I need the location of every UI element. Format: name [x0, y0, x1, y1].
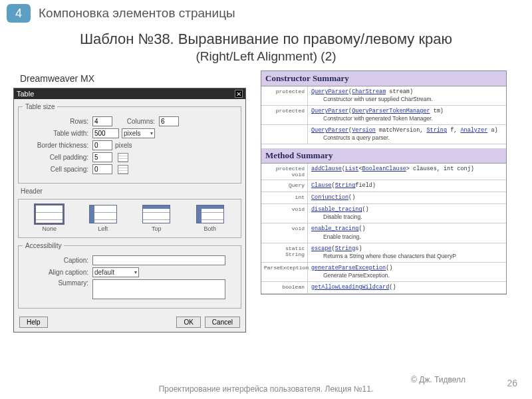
method-link[interactable]: Conjunction: [311, 194, 348, 201]
help-button[interactable]: Help: [19, 317, 48, 328]
type-link[interactable]: Analyzer: [460, 127, 487, 134]
signature: escape(Strings)Returns a String where th…: [308, 243, 460, 262]
unit-pixels: pixels: [115, 142, 132, 149]
class-link[interactable]: QueryParser: [311, 88, 348, 95]
cancel-button[interactable]: Cancel: [205, 317, 240, 328]
section-title: Компоновка элементов страницы: [39, 6, 235, 21]
description: Constructs a query parser.: [311, 134, 498, 142]
method-row: ParseExceptiongenerateParseException()Ge…: [261, 263, 506, 282]
border-thickness-input[interactable]: [92, 140, 112, 150]
method-row: voidenable_tracing()Enable tracing.: [261, 223, 506, 243]
type-link[interactable]: Version: [352, 127, 376, 134]
caption-input[interactable]: [92, 255, 225, 265]
signature: QueryParser(Version matchVersion, String…: [308, 125, 501, 144]
label-cell-padding: Cell padding:: [23, 154, 92, 161]
header-options: None Left Top Both: [18, 199, 241, 238]
header-option-none[interactable]: None: [35, 205, 63, 232]
page-title: Шаблон №38. Выравнивание по правому/лево…: [0, 31, 532, 48]
return-type: static String: [261, 243, 308, 262]
type-link[interactable]: CharStream: [352, 88, 386, 95]
cell-spacing-input[interactable]: [92, 164, 112, 174]
type-link[interactable]: String: [335, 245, 356, 252]
cell-padding-input[interactable]: [92, 152, 112, 162]
label-columns: Columns:: [112, 118, 159, 125]
signature: Clause(Stringfield): [308, 180, 379, 192]
return-type: protected void: [261, 164, 308, 180]
method-row: voiddisable_tracing()Disable tracing.: [261, 204, 506, 223]
group-table-size: Table size: [23, 103, 57, 110]
table-width-input[interactable]: [92, 128, 119, 138]
label-summary: Summary:: [23, 279, 92, 287]
cell-spacing-icon: [118, 165, 128, 174]
constructor-row: protectedQueryParser(CharStream stream)C…: [261, 86, 506, 106]
page-number: 26: [507, 378, 517, 388]
lecture-footer: Проектирование интерфейса пользователя. …: [159, 384, 374, 394]
method-row: booleangetAllowLeadingWildcard(): [261, 282, 506, 294]
group-accessibility: Accessibility: [23, 242, 64, 249]
label-border-thickness: Border thickness:: [23, 142, 92, 149]
signature: enable_tracing()Enable tracing.: [308, 223, 369, 242]
close-icon[interactable]: ✕: [235, 90, 243, 98]
type-link[interactable]: String: [426, 127, 447, 134]
method-link[interactable]: getAllowLeadingWildcard: [311, 284, 389, 291]
dialog-title: Table: [17, 90, 34, 98]
type-link[interactable]: BooleanClause: [362, 166, 406, 172]
description: Constructor with user supplied CharStrea…: [311, 96, 433, 103]
cell-padding-icon: [118, 153, 128, 162]
constructor-row: protectedQueryParser(QueryParserTokenMan…: [261, 106, 506, 125]
summary-input[interactable]: [92, 279, 225, 299]
method-summary-heading: Method Summary: [261, 148, 506, 164]
method-row: protected voidaddClause(List<BooleanClau…: [261, 164, 506, 180]
ok-button[interactable]: OK: [176, 317, 200, 328]
modifier: protected: [261, 106, 308, 124]
rows-input[interactable]: [92, 116, 112, 126]
javadoc-panel: Constructor Summary protectedQueryParser…: [261, 70, 507, 295]
modifier: [261, 125, 308, 144]
class-link[interactable]: QueryParser: [311, 127, 348, 134]
header-option-both[interactable]: Both: [196, 205, 224, 232]
label-cell-spacing: Cell spacing:: [23, 166, 92, 173]
constructor-row: QueryParser(Version matchVersion, String…: [261, 125, 506, 144]
class-link[interactable]: QueryParser: [311, 108, 348, 114]
description: Returns a String where those characters …: [311, 253, 456, 260]
return-type: void: [261, 223, 308, 242]
return-type: int: [261, 192, 308, 203]
slide-number-badge: 4: [7, 4, 31, 23]
page-subtitle: (Right/Left Alignment) (2): [0, 49, 532, 64]
dreamweaver-label: Dreamweaver MX: [20, 73, 253, 84]
return-type: void: [261, 204, 308, 223]
columns-input[interactable]: [159, 116, 179, 126]
return-type: boolean: [261, 282, 308, 293]
method-link[interactable]: disable_tracing: [311, 206, 362, 213]
modifier: protected: [261, 86, 308, 105]
label-align-caption: Align caption:: [23, 269, 92, 276]
align-caption-select[interactable]: default: [92, 267, 139, 277]
signature: getAllowLeadingWildcard(): [308, 282, 400, 293]
signature: addClause(List<BooleanClause> clauses, i…: [308, 164, 477, 180]
type-link[interactable]: List: [345, 166, 358, 172]
return-type: ParseException: [261, 263, 308, 281]
signature: Conjunction(): [308, 192, 358, 203]
type-link[interactable]: QueryParserTokenManager: [352, 108, 430, 114]
constructor-summary-heading: Constructor Summary: [261, 71, 506, 86]
label-table-width: Table width:: [23, 130, 92, 137]
author-credit: © Дж. Тидвелл: [411, 375, 466, 384]
description: Enable tracing.: [311, 233, 366, 241]
signature: disable_tracing()Disable tracing.: [308, 204, 372, 223]
method-link[interactable]: generateParseException: [311, 265, 386, 271]
description: Constructor with generated Token Manager…: [311, 115, 444, 122]
width-unit-select[interactable]: pixels: [122, 128, 155, 138]
method-link[interactable]: enable_tracing: [311, 225, 358, 232]
description: Generate ParseException.: [311, 272, 392, 279]
signature: QueryParser(QueryParserTokenManager tm)C…: [308, 106, 447, 124]
method-link[interactable]: Clause: [311, 182, 332, 189]
method-link[interactable]: escape: [311, 245, 332, 252]
type-link[interactable]: String: [335, 182, 356, 189]
method-link[interactable]: addClause: [311, 166, 342, 172]
method-row: intConjunction(): [261, 192, 506, 204]
description: Disable tracing.: [311, 213, 369, 221]
header-option-top[interactable]: Top: [142, 205, 170, 232]
header-option-left[interactable]: Left: [89, 205, 117, 232]
signature: QueryParser(CharStream stream)Constructo…: [308, 86, 436, 105]
label-rows: Rows:: [23, 118, 92, 125]
